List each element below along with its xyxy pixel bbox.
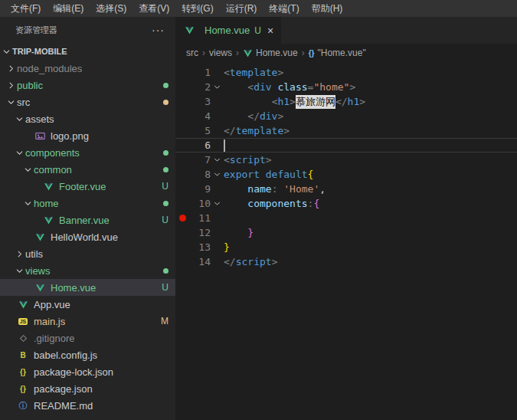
breadcrumb-item[interactable]: views xyxy=(209,48,232,58)
tree-item-logo.png[interactable]: logo.png xyxy=(0,127,175,144)
text-cursor xyxy=(224,139,225,152)
tree-item-App.vue[interactable]: App.vue xyxy=(0,296,175,313)
chevron-down-icon[interactable] xyxy=(13,147,25,159)
explorer-actions-icon[interactable]: ··· xyxy=(152,28,165,32)
code-line-content[interactable]: <template> xyxy=(224,67,517,78)
chevron-down-icon[interactable] xyxy=(13,265,25,277)
code-line-10[interactable]: 10 components:{ xyxy=(175,196,517,211)
code-line-14[interactable]: 14</script> xyxy=(175,254,517,269)
git-decoration xyxy=(163,150,169,156)
tree-item-Home.vue[interactable]: Home.vueU xyxy=(0,279,175,296)
tab-home-vue[interactable]: Home.vue U × xyxy=(175,17,281,44)
git-decoration: U xyxy=(162,282,169,293)
chevron-right-icon[interactable] xyxy=(13,248,25,260)
menu-item[interactable]: 文件(F) xyxy=(5,0,47,17)
chevron-down-icon[interactable] xyxy=(21,164,34,176)
tree-item-utils[interactable]: utils xyxy=(0,245,175,262)
chevron-down-icon[interactable] xyxy=(13,113,25,125)
breadcrumb-item[interactable]: {}"Home.vue" xyxy=(309,48,366,58)
tree-item-src[interactable]: src xyxy=(0,94,175,110)
menu-item[interactable]: 帮助(H) xyxy=(306,0,349,17)
code-line-11[interactable]: 11 xyxy=(175,211,517,225)
menu-item[interactable]: 查看(V) xyxy=(133,0,175,17)
code-line-content[interactable]: } xyxy=(224,241,517,253)
tree-item-README.md[interactable]: ⓘREADME.md xyxy=(0,397,175,414)
code-line-content[interactable]: } xyxy=(224,227,517,238)
menu-item[interactable]: 运行(R) xyxy=(220,0,263,17)
menu-item[interactable]: 编辑(E) xyxy=(47,0,90,17)
code-line-content[interactable]: name: 'Home', xyxy=(224,183,517,195)
code-line-5[interactable]: 5</template> xyxy=(175,123,517,138)
menu-item[interactable]: 转到(G) xyxy=(175,0,219,17)
breadcrumb-label: Home.vue xyxy=(256,48,298,58)
chevron-down-icon[interactable] xyxy=(21,198,34,209)
tree-item-public[interactable]: public xyxy=(0,77,175,94)
menu-item[interactable]: 选择(S) xyxy=(90,0,133,17)
code-line-12[interactable]: 12 } xyxy=(175,225,517,240)
code-line-content[interactable]: <h1>慕旅游网</h1> xyxy=(224,95,517,109)
tree-item-home[interactable]: home xyxy=(0,195,175,212)
code-line-content[interactable] xyxy=(224,139,517,152)
tree-item-Footer.vue[interactable]: Footer.vueU xyxy=(0,178,175,195)
tab-label: Home.vue xyxy=(205,25,250,36)
breakpoint-icon[interactable] xyxy=(175,215,189,221)
git-decoration xyxy=(163,83,169,88)
code-line-content[interactable]: <script> xyxy=(224,154,517,166)
tree-item-package-lock.json[interactable]: {}package-lock.json xyxy=(0,363,175,380)
line-number: 2 xyxy=(189,81,211,93)
close-icon[interactable]: × xyxy=(267,25,273,37)
git-status-dot xyxy=(163,83,169,88)
symbol-object-icon: {} xyxy=(309,49,315,57)
breadcrumb-item[interactable]: Home.vue xyxy=(243,48,298,58)
code-line-8[interactable]: 8export default{ xyxy=(175,167,517,182)
tree-item-.gitignore[interactable]: .gitignore xyxy=(0,330,175,346)
chevron-down-icon[interactable] xyxy=(5,97,17,108)
tree-item-views[interactable]: views xyxy=(0,262,175,279)
code-line-1[interactable]: 1<template> xyxy=(175,65,517,80)
tree-item-HelloWorld.vue[interactable]: HelloWorld.vue xyxy=(0,228,175,245)
code-line-content[interactable]: </script> xyxy=(224,256,517,267)
code-line-content[interactable]: </div> xyxy=(224,110,517,122)
chevron-right-icon[interactable] xyxy=(5,80,17,91)
code-line-content[interactable]: </template> xyxy=(224,125,517,136)
fold-chevron-icon[interactable] xyxy=(211,82,224,92)
code-line-13[interactable]: 13} xyxy=(175,240,517,254)
code-line-content[interactable]: <div class="home"> xyxy=(224,81,517,93)
line-number: 7 xyxy=(189,154,211,166)
code-line-3[interactable]: 3 <h1>慕旅游网</h1> xyxy=(175,94,517,109)
code-line-content[interactable]: export default{ xyxy=(224,169,517,180)
code-editor[interactable]: 1<template>2 <div class="home">3 <h1>慕旅游… xyxy=(175,62,517,420)
project-section-header[interactable]: TRIP-MOBILE xyxy=(0,43,175,60)
tree-item-babel.config.js[interactable]: Bbabel.config.js xyxy=(0,346,175,363)
info-icon: ⓘ xyxy=(17,399,29,412)
tree-item-components[interactable]: components xyxy=(0,144,175,161)
git-decoration xyxy=(163,268,169,274)
git-status-badge: U xyxy=(162,215,169,225)
tree-item-assets[interactable]: assets xyxy=(0,110,175,127)
code-line-7[interactable]: 7<script> xyxy=(175,153,517,167)
code-line-content[interactable]: components:{ xyxy=(224,198,517,209)
breadcrumb-label: views xyxy=(209,48,232,58)
tree-item-label: README.md xyxy=(34,400,93,412)
explorer-title: 资源管理器 xyxy=(15,25,57,36)
tree-item-package.json[interactable]: {}package.json xyxy=(0,380,175,397)
code-line-9[interactable]: 9 name: 'Home', xyxy=(175,182,517,196)
code-line-4[interactable]: 4 </div> xyxy=(175,109,517,123)
tree-item-main.js[interactable]: JSmain.jsM xyxy=(0,313,175,330)
menu-item[interactable]: 终端(T) xyxy=(263,0,305,17)
chevron-right-icon[interactable] xyxy=(5,63,17,74)
breadcrumb-item[interactable]: src xyxy=(186,48,198,58)
tree-item-label: assets xyxy=(25,113,54,125)
line-number: 6 xyxy=(189,139,211,151)
tree-item-label: HelloWorld.vue xyxy=(51,231,118,243)
tab-git-badge: U xyxy=(254,25,261,36)
tree-item-Banner.vue[interactable]: Banner.vueU xyxy=(0,212,175,228)
git-decoration: U xyxy=(162,181,169,192)
tree-item-node_modules[interactable]: node_modules xyxy=(0,60,175,77)
code-line-6[interactable]: 6 xyxy=(175,138,517,153)
fold-chevron-icon[interactable] xyxy=(211,199,224,208)
code-line-2[interactable]: 2 <div class="home"> xyxy=(175,80,517,94)
tree-item-common[interactable]: common xyxy=(0,161,175,178)
fold-chevron-icon[interactable] xyxy=(211,155,224,165)
fold-chevron-icon[interactable] xyxy=(211,169,224,179)
